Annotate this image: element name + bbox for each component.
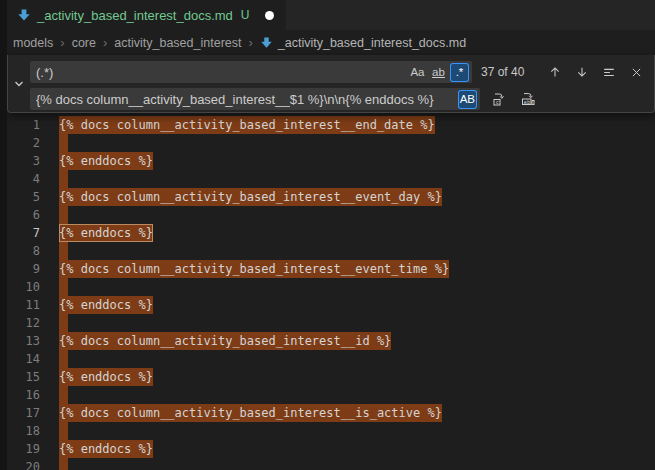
svg-text:c: c [496,99,499,105]
breadcrumb: models›core›activity_based_interest› _ac… [0,30,655,55]
vscode-window: _activity_based_interest_docs.md U model… [0,0,655,470]
newline-find-match [59,170,68,188]
editor-line[interactable]: 6 [0,206,655,224]
replace-button[interactable]: c [489,89,509,109]
newline-find-match [59,206,68,224]
newline-find-match [59,422,68,440]
find-match: {% enddocs %} [59,440,153,458]
editor-line[interactable]: 13{% docs column__activity_based_interes… [0,332,655,350]
find-match: {% docs column__activity_based_interest_… [59,188,442,206]
modified-indicator-dot[interactable] [265,11,274,20]
arrow-up-icon [548,65,562,79]
editor-line[interactable]: 5{% docs column__activity_based_interest… [0,188,655,206]
breadcrumb-item[interactable]: models [13,36,53,50]
newline-find-match [59,278,68,296]
find-results-count: 37 of 40 [481,65,524,79]
tab-title: _activity_based_interest_docs.md [37,8,233,23]
markdown-icon [260,36,273,49]
tab-bar: _activity_based_interest_docs.md U [0,0,655,30]
editor-line[interactable]: 10 [0,278,655,296]
editor-line[interactable]: 15{% enddocs %} [0,368,655,386]
whole-word-icon: ab [432,66,445,78]
find-in-selection-button[interactable] [599,62,619,82]
find-query-text: (.*) [36,65,406,80]
find-row: (.*) Aa ab .* 37 of 40 [30,61,654,83]
editor-line[interactable]: 14 [0,350,655,368]
newline-find-match [59,314,68,332]
arrow-down-icon [575,65,589,79]
find-match: {% docs column__activity_based_interest_… [59,404,442,422]
breadcrumb-separator-icon: › [60,35,64,50]
close-icon [630,66,643,79]
replace-buttons: c ab [489,89,538,109]
editor-line[interactable]: 11{% enddocs %} [0,296,655,314]
svg-text:ab: ab [524,99,531,105]
selection-icon [602,65,616,79]
replace-value-text: {% docs column__activity_based_interest_… [36,92,456,107]
chevron-down-icon [13,78,25,90]
preserve-case-icon: AB [460,93,475,105]
editor-lines: 1{% docs column__activity_based_interest… [0,116,655,470]
replace-icon: c [491,91,507,107]
replace-input[interactable]: {% docs column__activity_based_interest_… [30,88,480,110]
replace-all-button[interactable]: ab [518,89,538,109]
editor-line[interactable]: 20 [0,458,655,470]
replace-all-icon: ab [520,91,536,107]
find-match: {% enddocs %} [59,368,153,386]
editor-line[interactable]: 7{% enddocs %} [0,224,655,242]
find-match: {% docs column__activity_based_interest_… [59,332,391,350]
replace-row: {% docs column__activity_based_interest_… [30,88,654,110]
editor-line[interactable]: 4 [0,170,655,188]
find-nav-buttons [545,62,654,82]
breadcrumb-file-label: _activity_based_interest_docs.md [278,36,466,50]
breadcrumb-separator-icon: › [248,35,252,50]
regex-toggle[interactable]: .* [450,63,469,82]
markdown-icon [17,8,31,22]
editor-line[interactable]: 9{% docs column__activity_based_interest… [0,260,655,278]
newline-find-match [59,242,68,260]
git-status-badge: U [241,8,250,22]
newline-find-match [59,350,68,368]
match-case-icon: Aa [410,66,424,78]
editor-line[interactable]: 19{% enddocs %} [0,440,655,458]
find-input[interactable]: (.*) Aa ab .* [30,61,472,83]
breadcrumb-item[interactable]: core [72,36,96,50]
find-match: {% enddocs %} [59,152,153,170]
editor-line[interactable]: 18 [0,422,655,440]
find-match: {% docs column__activity_based_interest_… [59,116,435,134]
editor-line[interactable]: 17{% docs column__activity_based_interes… [0,404,655,422]
editor-line[interactable]: 2 [0,134,655,152]
editor-line[interactable]: 3{% enddocs %} [0,152,655,170]
find-match: {% enddocs %} [59,296,153,314]
editor-line[interactable]: 8 [0,242,655,260]
find-match: {% docs column__activity_based_interest_… [59,260,449,278]
close-find-widget-button[interactable] [626,62,646,82]
toggle-replace-chevron[interactable] [8,55,30,112]
editor-line[interactable]: 12 [0,314,655,332]
find-replace-widget: (.*) Aa ab .* 37 of 40 [7,55,655,113]
next-match-button[interactable] [572,62,592,82]
newline-find-match [59,458,68,470]
regex-icon: .* [456,66,464,78]
breadcrumb-separator-icon: › [103,35,107,50]
editor-line[interactable]: 1{% docs column__activity_based_interest… [0,116,655,134]
breadcrumb-item-file[interactable]: _activity_based_interest_docs.md [260,36,466,50]
current-find-match: {% enddocs %} [59,224,153,242]
breadcrumb-item[interactable]: activity_based_interest [114,36,241,50]
newline-find-match [59,134,68,152]
editor-line[interactable]: 16 [0,386,655,404]
window-left-edge [0,0,7,470]
whole-word-toggle[interactable]: ab [429,63,448,82]
editor-pane[interactable]: 1{% docs column__activity_based_interest… [0,55,655,470]
newline-find-match [59,386,68,404]
previous-match-button[interactable] [545,62,565,82]
match-case-toggle[interactable]: Aa [408,63,427,82]
tab-activity-based-interest-docs[interactable]: _activity_based_interest_docs.md U [7,0,286,30]
preserve-case-toggle[interactable]: AB [458,90,477,109]
